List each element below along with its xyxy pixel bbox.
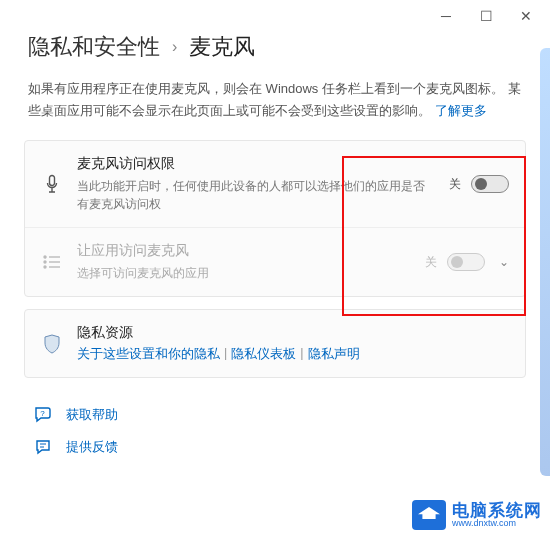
maximize-button[interactable]: ☐: [466, 2, 506, 30]
svg-text:?: ?: [40, 409, 45, 418]
mic-access-toggle[interactable]: [471, 175, 509, 193]
chevron-down-icon[interactable]: ⌄: [499, 255, 509, 269]
setting-title: 麦克风访问权限: [77, 155, 435, 173]
svg-point-2: [44, 261, 46, 263]
about-settings-link[interactable]: 关于这些设置和你的隐私: [77, 346, 220, 363]
watermark-url: www.dnxtw.com: [452, 519, 542, 528]
get-help-link[interactable]: 获取帮助: [66, 406, 118, 424]
svg-point-4: [44, 266, 46, 268]
list-icon: [41, 255, 63, 269]
setting-subtitle: 当此功能开启时，任何使用此设备的人都可以选择他们的应用是否有麦克风访问权: [77, 177, 435, 213]
close-button[interactable]: ✕: [506, 2, 546, 30]
feedback-link[interactable]: 提供反馈: [66, 438, 118, 456]
privacy-statement-link[interactable]: 隐私声明: [308, 346, 360, 363]
toggle-state-label: 关: [425, 254, 437, 271]
app-access-row[interactable]: 让应用访问麦克风 选择可访问麦克风的应用 关 ⌄: [25, 227, 525, 296]
page-description: 如果有应用程序正在使用麦克风，则会在 Windows 任务栏上看到一个麦克风图标…: [0, 68, 550, 140]
breadcrumb: 隐私和安全性 › 麦克风: [0, 32, 550, 68]
watermark-logo-icon: [412, 500, 446, 530]
mic-access-row: 麦克风访问权限 当此功能开启时，任何使用此设备的人都可以选择他们的应用是否有麦克…: [25, 141, 525, 227]
svg-point-0: [44, 256, 46, 258]
privacy-dashboard-link[interactable]: 隐私仪表板: [231, 346, 296, 363]
breadcrumb-current: 麦克风: [189, 32, 255, 62]
setting-subtitle: 选择可访问麦克风的应用: [77, 264, 411, 282]
shield-icon: [41, 334, 63, 354]
separator: |: [224, 346, 227, 363]
settings-card: 麦克风访问权限 当此功能开启时，任何使用此设备的人都可以选择他们的应用是否有麦克…: [24, 140, 526, 297]
toggle-state-label: 关: [449, 176, 461, 193]
microphone-icon: [41, 174, 63, 194]
help-icon: ?: [32, 406, 54, 424]
page-footer: ? 获取帮助 提供反馈: [0, 390, 550, 486]
breadcrumb-section[interactable]: 隐私和安全性: [28, 32, 160, 62]
privacy-resources-row: 隐私资源 关于这些设置和你的隐私 | 隐私仪表板 | 隐私声明: [25, 310, 525, 377]
setting-title: 让应用访问麦克风: [77, 242, 411, 260]
app-access-toggle: [447, 253, 485, 271]
watermark-title: 电脑系统网: [452, 502, 542, 519]
separator: |: [300, 346, 303, 363]
watermark: 电脑系统网 www.dnxtw.com: [412, 500, 542, 530]
desktop-edge-decoration: [540, 48, 550, 476]
minimize-button[interactable]: ─: [426, 2, 466, 30]
setting-title: 隐私资源: [77, 324, 509, 342]
chevron-right-icon: ›: [172, 38, 177, 56]
feedback-icon: [32, 438, 54, 456]
learn-more-link[interactable]: 了解更多: [435, 103, 487, 118]
privacy-resources-card: 隐私资源 关于这些设置和你的隐私 | 隐私仪表板 | 隐私声明: [24, 309, 526, 378]
window-titlebar: ─ ☐ ✕: [0, 0, 550, 32]
